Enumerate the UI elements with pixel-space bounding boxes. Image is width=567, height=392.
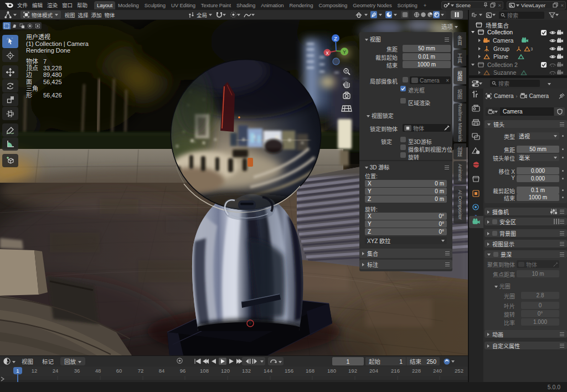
svg-text:228: 228 xyxy=(412,368,421,374)
svg-text:36: 36 xyxy=(74,368,80,374)
svg-text:X: X xyxy=(326,50,329,56)
svg-text:192: 192 xyxy=(348,368,357,374)
svg-text:60: 60 xyxy=(116,368,122,374)
svg-text:72: 72 xyxy=(138,368,144,374)
svg-text:84: 84 xyxy=(159,368,165,374)
svg-text:132: 132 xyxy=(242,368,251,374)
svg-text:240: 240 xyxy=(433,368,442,374)
svg-text:252: 252 xyxy=(455,368,463,374)
svg-text:24: 24 xyxy=(53,368,59,374)
svg-text:216: 216 xyxy=(391,368,400,374)
svg-text:180: 180 xyxy=(327,368,336,374)
svg-text:96: 96 xyxy=(180,368,186,374)
svg-text:144: 144 xyxy=(264,368,272,374)
svg-text:204: 204 xyxy=(369,368,378,374)
svg-text:48: 48 xyxy=(95,368,101,374)
svg-text:156: 156 xyxy=(285,368,293,374)
svg-text:12: 12 xyxy=(32,368,38,374)
svg-text:120: 120 xyxy=(221,368,230,374)
svg-text:Z: Z xyxy=(334,36,337,42)
svg-text:168: 168 xyxy=(306,368,315,374)
svg-text:108: 108 xyxy=(200,368,209,374)
svg-text:Y: Y xyxy=(343,49,346,55)
